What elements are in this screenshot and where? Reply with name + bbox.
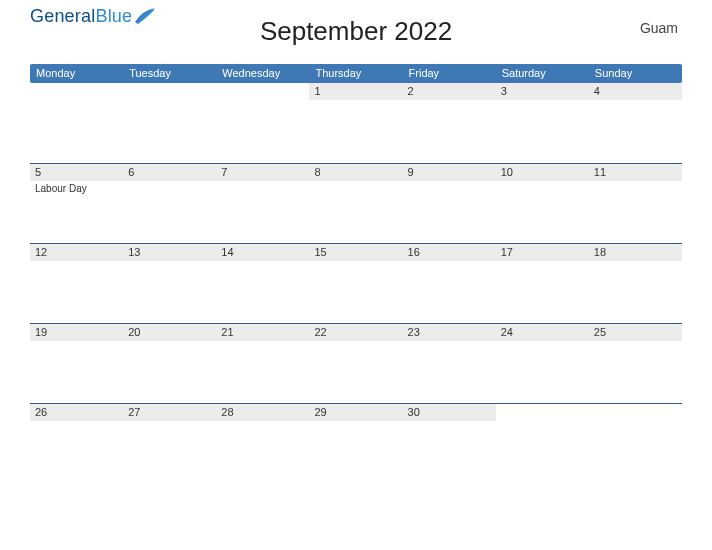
logo-swoosh-icon (135, 8, 157, 28)
date-number: 4 (589, 83, 682, 100)
date-number: 13 (123, 244, 216, 261)
header: GeneralBlue September 2022 Guam (0, 0, 712, 60)
date-number (123, 83, 216, 100)
day-cell (30, 83, 123, 163)
calendar: Monday Tuesday Wednesday Thursday Friday… (0, 60, 712, 483)
week-row: 5Labour Day67891011 (30, 163, 682, 243)
day-header-row: Monday Tuesday Wednesday Thursday Friday… (30, 64, 682, 83)
day-cell: 7 (216, 164, 309, 243)
day-cell: 17 (496, 244, 589, 323)
day-cell: 18 (589, 244, 682, 323)
date-number: 23 (403, 324, 496, 341)
date-number: 30 (403, 404, 496, 421)
day-cell (216, 83, 309, 163)
date-number: 26 (30, 404, 123, 421)
date-number: 24 (496, 324, 589, 341)
day-cell: 5Labour Day (30, 164, 123, 243)
day-cell: 26 (30, 404, 123, 483)
day-cell (123, 83, 216, 163)
logo-part1: General (30, 6, 95, 26)
region-label: Guam (640, 20, 678, 36)
logo: GeneralBlue (30, 6, 157, 28)
day-cell (589, 404, 682, 483)
date-number: 11 (589, 164, 682, 181)
day-cell: 10 (496, 164, 589, 243)
day-cell: 29 (309, 404, 402, 483)
day-cell: 15 (309, 244, 402, 323)
day-header: Friday (403, 64, 496, 83)
date-number: 28 (216, 404, 309, 421)
week-row: 2627282930 (30, 403, 682, 483)
day-cell: 6 (123, 164, 216, 243)
day-cell: 20 (123, 324, 216, 403)
date-number: 8 (309, 164, 402, 181)
date-number: 2 (403, 83, 496, 100)
date-number: 18 (589, 244, 682, 261)
date-number (216, 83, 309, 100)
day-cell: 11 (589, 164, 682, 243)
day-cell: 4 (589, 83, 682, 163)
event-label: Labour Day (30, 181, 123, 194)
day-cell: 21 (216, 324, 309, 403)
day-header: Thursday (309, 64, 402, 83)
week-row: 1234 (30, 83, 682, 163)
day-header: Sunday (589, 64, 682, 83)
date-number (30, 83, 123, 100)
day-cell: 25 (589, 324, 682, 403)
day-cell: 2 (403, 83, 496, 163)
date-number: 16 (403, 244, 496, 261)
date-number (496, 404, 589, 421)
day-cell: 30 (403, 404, 496, 483)
weeks-container: 12345Labour Day6789101112131415161718192… (30, 83, 682, 483)
date-number: 14 (216, 244, 309, 261)
day-header: Monday (30, 64, 123, 83)
week-row: 19202122232425 (30, 323, 682, 403)
date-number: 9 (403, 164, 496, 181)
day-header: Tuesday (123, 64, 216, 83)
date-number: 15 (309, 244, 402, 261)
logo-text: GeneralBlue (30, 6, 132, 27)
date-number: 29 (309, 404, 402, 421)
day-cell: 22 (309, 324, 402, 403)
day-cell: 1 (309, 83, 402, 163)
date-number: 12 (30, 244, 123, 261)
date-number: 22 (309, 324, 402, 341)
date-number: 25 (589, 324, 682, 341)
date-number: 21 (216, 324, 309, 341)
date-number: 10 (496, 164, 589, 181)
day-cell: 28 (216, 404, 309, 483)
date-number: 5 (30, 164, 123, 181)
week-row: 12131415161718 (30, 243, 682, 323)
day-cell: 19 (30, 324, 123, 403)
day-cell: 16 (403, 244, 496, 323)
day-cell: 23 (403, 324, 496, 403)
day-cell: 14 (216, 244, 309, 323)
logo-part2: Blue (95, 6, 132, 26)
day-cell: 8 (309, 164, 402, 243)
date-number: 19 (30, 324, 123, 341)
day-header: Wednesday (216, 64, 309, 83)
day-cell: 13 (123, 244, 216, 323)
date-number: 6 (123, 164, 216, 181)
day-cell: 24 (496, 324, 589, 403)
day-cell: 12 (30, 244, 123, 323)
date-number: 1 (309, 83, 402, 100)
date-number: 17 (496, 244, 589, 261)
day-cell: 3 (496, 83, 589, 163)
date-number (589, 404, 682, 421)
day-cell: 9 (403, 164, 496, 243)
date-number: 27 (123, 404, 216, 421)
day-header: Saturday (496, 64, 589, 83)
day-cell: 27 (123, 404, 216, 483)
day-cell (496, 404, 589, 483)
date-number: 3 (496, 83, 589, 100)
date-number: 20 (123, 324, 216, 341)
date-number: 7 (216, 164, 309, 181)
